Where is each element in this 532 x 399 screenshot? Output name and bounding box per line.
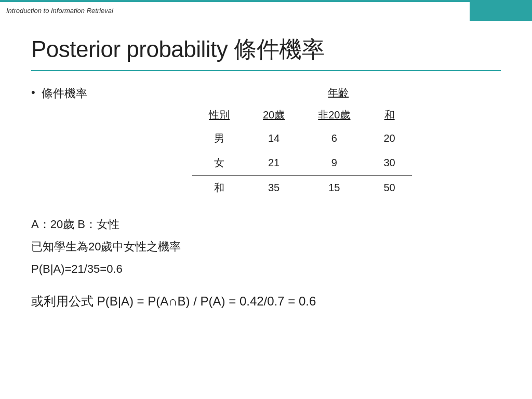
title-divider xyxy=(31,70,501,71)
total-label: 和 xyxy=(192,176,246,201)
age-header: 年齡 xyxy=(265,86,412,100)
main-content: Posterior probability 條件機率 • 條件機率 年齡 性別 … xyxy=(0,19,532,321)
total-sum: 50 xyxy=(367,176,412,201)
row-female-non20: 9 xyxy=(301,151,367,176)
row-male-non20: 6 xyxy=(301,126,367,151)
formula-line: 或利用公式 P(B|A) = P(A∩B) / P(A) = 0.42/0.7 … xyxy=(31,292,501,311)
bullet-dot: • xyxy=(31,86,35,99)
total-row: 和 35 15 50 xyxy=(192,176,412,201)
bullet-section: • 條件機率 xyxy=(31,86,192,101)
col-gender: 性別 xyxy=(192,104,246,126)
row-female-age20: 21 xyxy=(246,151,301,176)
table-section: 年齡 性別 20歲 非20歲 和 男 14 6 20 xyxy=(192,86,412,200)
content-section: A：20歲 B：女性 已知學生為20歲中女性之機率 P(B|A)=21/35=0… xyxy=(31,216,501,311)
data-table: 性別 20歲 非20歲 和 男 14 6 20 女 21 xyxy=(192,104,412,200)
row-male-sum: 20 xyxy=(367,126,412,151)
col-non20: 非20歲 xyxy=(301,104,367,126)
bullet-text: 條件機率 xyxy=(42,86,87,101)
line-description: 已知學生為20歲中女性之機率 xyxy=(31,238,501,255)
row-male-age20: 14 xyxy=(246,126,301,151)
slide-title: Posterior probability 條件機率 xyxy=(31,34,501,65)
line-prob: P(B|A)=21/35=0.6 xyxy=(31,260,501,277)
row-male-label: 男 xyxy=(192,126,246,151)
col-sum: 和 xyxy=(367,104,412,126)
table-row: 女 21 9 30 xyxy=(192,151,412,176)
header-bar: Introduction to Information Retrieval xyxy=(0,0,532,19)
row-female-label: 女 xyxy=(192,151,246,176)
col-age20: 20歲 xyxy=(246,104,301,126)
total-age20: 35 xyxy=(246,176,301,201)
row-female-sum: 30 xyxy=(367,151,412,176)
table-row: 男 14 6 20 xyxy=(192,126,412,151)
total-non20: 15 xyxy=(301,176,367,201)
line-ab: A：20歲 B：女性 xyxy=(31,216,501,233)
header-title: Introduction to Information Retrieval xyxy=(0,7,113,15)
